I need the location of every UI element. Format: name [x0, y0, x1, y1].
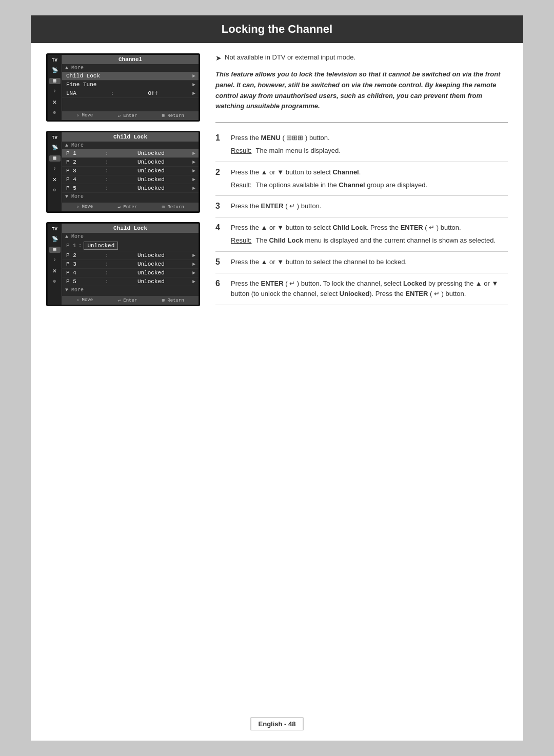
- p1-dropdown-s3: Unlocked: [84, 242, 118, 250]
- p5-sep-s2: :: [105, 185, 109, 191]
- finetune-arrow: ►: [192, 82, 195, 88]
- p2-arrow-s2: ►: [192, 160, 195, 165]
- tv-more-top-1: ▲ More: [62, 64, 199, 72]
- lna-sep: :: [110, 90, 114, 96]
- tv-footer-3: ⬦ Move ↵ Enter ⊞ Return: [62, 296, 199, 305]
- tv-more-top-2: ▲ More: [62, 142, 199, 149]
- page: Locking the Channel TV 📡 ▦ ♪ ✕ ⚙ Channel: [31, 15, 523, 741]
- step-6: 6 Press the ENTER ( ↵ ) button. To lock …: [215, 273, 508, 306]
- p4-label-s2: P 4: [66, 176, 76, 183]
- step-5: 5 Press the ▲ or ▼ button to select the …: [215, 252, 508, 273]
- p1-label-s3: P 1: [66, 243, 76, 249]
- step-6-enter-bold: ENTER: [261, 280, 284, 287]
- footer-move-2: ⬦ Move: [76, 204, 93, 210]
- tv-header-3: Child Lock: [62, 224, 199, 233]
- p4-arrow-s3: ►: [192, 270, 195, 276]
- p4-arrow-s2: ►: [192, 177, 195, 183]
- step-4-result-label: Result:: [231, 235, 251, 246]
- footer-move-3: ⬦ Move: [76, 297, 93, 303]
- p2-label-s3: P 2: [66, 252, 76, 258]
- tv-sidebar-1: TV 📡 ▦ ♪ ✕ ⚙: [48, 55, 62, 120]
- p1-sep-s2: :: [105, 150, 109, 156]
- p2-value-s3: Unlocked: [137, 252, 165, 258]
- p1-label-s2: P 1: [66, 150, 76, 156]
- p4-sep-s2: :: [105, 176, 109, 183]
- tv-main-3: Child Lock ▲ More P 1 : Unlocked P 2 :: [62, 224, 199, 305]
- lna-value: Off: [148, 90, 159, 96]
- childlock-label: Child Lock: [66, 73, 100, 79]
- p1-value-s2: Unlocked: [137, 150, 165, 156]
- tv-row-p2-s3: P 2 : Unlocked ►: [62, 251, 199, 260]
- footer-enter: ↵ Enter: [117, 113, 137, 118]
- intro-text: This feature allows you to lock the tele…: [215, 69, 508, 112]
- step-1-result-text: The main menu is displayed.: [255, 146, 340, 156]
- menu-icon-2: ▦: [49, 155, 61, 162]
- tv-label-icon: TV: [49, 58, 61, 64]
- step-3-number: 3: [215, 202, 224, 211]
- tv-footer-1: ⬦ Move ↵ Enter ⊞ Return: [62, 111, 199, 120]
- x-icon-2: ✕: [49, 176, 61, 184]
- footer-return: ⊞ Return: [162, 113, 184, 118]
- lna-label: LNA: [66, 90, 76, 96]
- step-4: 4 Press the ▲ or ▼ button to select Chil…: [215, 217, 508, 252]
- step-2-result-label: Result:: [231, 180, 251, 191]
- step-1-result-label: Result:: [231, 146, 251, 156]
- p3-value-s3: Unlocked: [137, 261, 165, 267]
- p4-sep-s3: :: [105, 270, 109, 276]
- tv-screen-1: TV 📡 ▦ ♪ ✕ ⚙ Channel ▲ More Child Lock ►: [46, 53, 200, 122]
- step-4-enter-bold: ENTER: [401, 224, 423, 231]
- footer-enter-2: ↵ Enter: [117, 204, 137, 210]
- p3-sep-s3: :: [105, 261, 109, 267]
- p1-arrow-s2: ►: [192, 151, 195, 156]
- p5-label-s2: P 5: [66, 185, 76, 191]
- tv-row-p1-s3-container: P 1 : Unlocked: [62, 241, 199, 251]
- p3-arrow-s3: ►: [192, 262, 195, 267]
- note-line: ➤ Not available in DTV or external input…: [215, 53, 508, 62]
- p2-label-s2: P 2: [66, 159, 76, 165]
- tv-row-finetune: Fine Tune ►: [62, 81, 199, 89]
- settings-icon-2: ⚙: [49, 188, 61, 193]
- tv-main-2: Child Lock ▲ More P 1 : Unlocked ► P 2 :…: [62, 132, 199, 211]
- x-icon-3: ✕: [49, 267, 61, 275]
- tv-header-2: Child Lock: [62, 132, 199, 142]
- sound-icon-2: ♪: [49, 166, 61, 172]
- menu-icon: ▦: [49, 78, 61, 84]
- p5-label-s3: P 5: [66, 278, 76, 285]
- p3-value-s2: Unlocked: [137, 168, 165, 174]
- p3-label-s2: P 3: [66, 168, 76, 174]
- step-4-childlock-bold: Child Lock: [332, 224, 366, 231]
- footer-move: ⬦ Move: [76, 113, 93, 118]
- tv-row-p3-s2: P 3 : Unlocked ►: [62, 167, 199, 175]
- p2-arrow-s3: ►: [192, 253, 195, 258]
- tv-screen-3: TV 📡 ▦ ♪ ✕ ⚙ Child Lock ▲ More P 1 :: [46, 222, 200, 306]
- p3-label-s3: P 3: [66, 261, 76, 267]
- p5-arrow-s3: ►: [192, 279, 195, 285]
- note-arrow-icon: ➤: [215, 54, 222, 62]
- tv-row-p5-s3: P 5 : Unlocked ►: [62, 277, 199, 286]
- tv-row-p5-s2: P 5 : Unlocked ►: [62, 184, 199, 193]
- p5-arrow-s2: ►: [192, 186, 195, 191]
- p4-label-s3: P 4: [66, 270, 76, 276]
- sound-icon-3: ♪: [49, 257, 61, 263]
- step-6-content: Press the ENTER ( ↵ ) button. To lock th…: [231, 278, 508, 300]
- content-area: TV 📡 ▦ ♪ ✕ ⚙ Channel ▲ More Child Lock ►: [31, 53, 523, 322]
- step-4-number: 4: [215, 223, 224, 232]
- tv-header-1: Channel: [62, 55, 199, 64]
- step-2: 2 Press the ▲ or ▼ button to select Chan…: [215, 162, 508, 196]
- right-panel: ➤ Not available in DTV or external input…: [215, 53, 508, 306]
- step-2-result-text: The options available in the Channel gro…: [255, 180, 427, 191]
- step-6-locked-bold: Locked: [403, 280, 427, 287]
- tv-row-childlock: Child Lock ►: [62, 72, 199, 81]
- step-1-content: Press the MENU ( ⊞⊞⊞ ) button. Result: T…: [231, 133, 508, 156]
- step-1: 1 Press the MENU ( ⊞⊞⊞ ) button. Result:…: [215, 128, 508, 162]
- tv-sidebar-2: TV 📡 ▦ ♪ ✕ ⚙: [48, 132, 62, 211]
- tv-label-icon-3: TV: [49, 227, 61, 232]
- step-1-menu-bold: MENU: [261, 134, 281, 142]
- tv-row-p2-s2: P 2 : Unlocked ►: [62, 158, 199, 167]
- settings-icon-3: ⚙: [49, 279, 61, 285]
- antenna-icon-2: 📡: [49, 145, 61, 151]
- tv-main-1: Channel ▲ More Child Lock ► Fine Tune ► …: [62, 55, 199, 120]
- p5-value-s2: Unlocked: [137, 185, 165, 191]
- p4-value-s3: Unlocked: [137, 270, 165, 276]
- p1-sep-s3: :: [78, 243, 82, 249]
